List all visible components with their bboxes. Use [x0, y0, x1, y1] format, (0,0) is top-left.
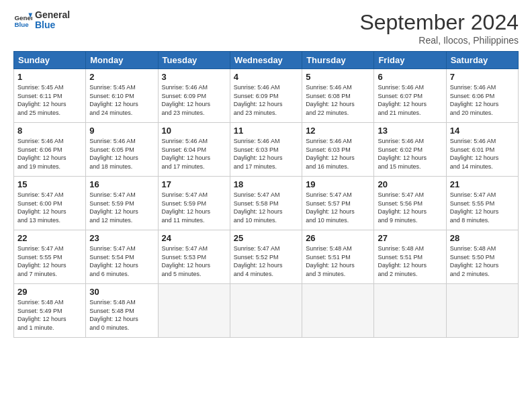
- day-info: Sunrise: 5:47 AM Sunset: 5:54 PM Dayligh…: [89, 244, 154, 278]
- calendar-day-cell: 9Sunrise: 5:46 AM Sunset: 6:05 PM Daylig…: [86, 123, 158, 177]
- weekday-header: Monday: [86, 52, 158, 69]
- day-info: Sunrise: 5:46 AM Sunset: 6:03 PM Dayligh…: [234, 137, 298, 171]
- day-number: 1: [17, 72, 82, 82]
- logo-general: General: [35, 10, 70, 20]
- calendar-day-cell: 15Sunrise: 5:47 AM Sunset: 6:00 PM Dayli…: [14, 177, 86, 230]
- calendar-day-cell: [446, 284, 518, 338]
- day-number: 3: [162, 72, 226, 82]
- calendar-header-row: SundayMondayTuesdayWednesdayThursdayFrid…: [14, 52, 519, 69]
- weekday-header: Friday: [374, 52, 446, 69]
- day-info: Sunrise: 5:47 AM Sunset: 5:56 PM Dayligh…: [378, 191, 442, 224]
- calendar-day-cell: 22Sunrise: 5:47 AM Sunset: 5:55 PM Dayli…: [14, 230, 86, 284]
- calendar-day-cell: 5Sunrise: 5:46 AM Sunset: 6:08 PM Daylig…: [302, 69, 374, 123]
- calendar-day-cell: 19Sunrise: 5:47 AM Sunset: 5:57 PM Dayli…: [302, 177, 374, 230]
- day-info: Sunrise: 5:46 AM Sunset: 6:08 PM Dayligh…: [306, 83, 370, 117]
- month-title: September 2024: [359, 10, 519, 35]
- day-info: Sunrise: 5:47 AM Sunset: 5:57 PM Dayligh…: [306, 191, 370, 224]
- day-number: 7: [450, 72, 515, 82]
- day-info: Sunrise: 5:47 AM Sunset: 5:59 PM Dayligh…: [162, 191, 226, 224]
- calendar-day-cell: 11Sunrise: 5:46 AM Sunset: 6:03 PM Dayli…: [230, 123, 302, 177]
- day-info: Sunrise: 5:48 AM Sunset: 5:48 PM Dayligh…: [89, 298, 154, 332]
- calendar-day-cell: 8Sunrise: 5:46 AM Sunset: 6:06 PM Daylig…: [14, 123, 86, 177]
- calendar-week-row: 15Sunrise: 5:47 AM Sunset: 6:00 PM Dayli…: [14, 177, 519, 230]
- day-info: Sunrise: 5:47 AM Sunset: 5:53 PM Dayligh…: [162, 244, 226, 278]
- calendar-day-cell: 7Sunrise: 5:46 AM Sunset: 6:06 PM Daylig…: [446, 69, 518, 123]
- svg-text:Blue: Blue: [14, 21, 29, 28]
- day-number: 18: [234, 179, 298, 189]
- calendar-day-cell: 23Sunrise: 5:47 AM Sunset: 5:54 PM Dayli…: [86, 230, 158, 284]
- day-number: 16: [89, 179, 154, 189]
- weekday-header: Tuesday: [158, 52, 230, 69]
- calendar-day-cell: [230, 284, 302, 338]
- day-info: Sunrise: 5:45 AM Sunset: 6:11 PM Dayligh…: [17, 83, 82, 117]
- logo: General Blue General Blue: [13, 10, 70, 31]
- day-number: 4: [234, 72, 298, 82]
- day-info: Sunrise: 5:46 AM Sunset: 6:09 PM Dayligh…: [234, 83, 298, 117]
- calendar-day-cell: 4Sunrise: 5:46 AM Sunset: 6:09 PM Daylig…: [230, 69, 302, 123]
- day-info: Sunrise: 5:46 AM Sunset: 6:09 PM Dayligh…: [162, 83, 226, 117]
- header: General Blue General Blue September 2024…: [13, 10, 519, 46]
- day-info: Sunrise: 5:46 AM Sunset: 6:02 PM Dayligh…: [378, 137, 442, 171]
- weekday-header: Thursday: [302, 52, 374, 69]
- day-number: 26: [306, 233, 370, 243]
- calendar-day-cell: 28Sunrise: 5:48 AM Sunset: 5:50 PM Dayli…: [446, 230, 518, 284]
- calendar-day-cell: 6Sunrise: 5:46 AM Sunset: 6:07 PM Daylig…: [374, 69, 446, 123]
- day-info: Sunrise: 5:46 AM Sunset: 6:05 PM Dayligh…: [89, 137, 154, 171]
- day-info: Sunrise: 5:48 AM Sunset: 5:51 PM Dayligh…: [306, 244, 370, 278]
- day-info: Sunrise: 5:47 AM Sunset: 5:59 PM Dayligh…: [89, 191, 154, 224]
- day-number: 20: [378, 179, 442, 189]
- calendar-day-cell: 29Sunrise: 5:48 AM Sunset: 5:49 PM Dayli…: [14, 284, 86, 338]
- logo-icon: General Blue: [13, 11, 32, 30]
- calendar-day-cell: [302, 284, 374, 338]
- day-number: 11: [234, 126, 298, 136]
- day-number: 2: [89, 72, 154, 82]
- calendar-day-cell: 24Sunrise: 5:47 AM Sunset: 5:53 PM Dayli…: [158, 230, 230, 284]
- calendar-table: SundayMondayTuesdayWednesdayThursdayFrid…: [13, 51, 519, 338]
- day-info: Sunrise: 5:46 AM Sunset: 6:07 PM Dayligh…: [378, 83, 442, 117]
- calendar-day-cell: 2Sunrise: 5:45 AM Sunset: 6:10 PM Daylig…: [86, 69, 158, 123]
- day-number: 13: [378, 126, 442, 136]
- calendar-day-cell: 1Sunrise: 5:45 AM Sunset: 6:11 PM Daylig…: [14, 69, 86, 123]
- calendar-week-row: 8Sunrise: 5:46 AM Sunset: 6:06 PM Daylig…: [14, 123, 519, 177]
- calendar-week-row: 22Sunrise: 5:47 AM Sunset: 5:55 PM Dayli…: [14, 230, 519, 284]
- day-number: 10: [162, 126, 226, 136]
- day-info: Sunrise: 5:47 AM Sunset: 5:55 PM Dayligh…: [450, 191, 515, 224]
- calendar-day-cell: 26Sunrise: 5:48 AM Sunset: 5:51 PM Dayli…: [302, 230, 374, 284]
- day-number: 14: [450, 126, 515, 136]
- day-info: Sunrise: 5:45 AM Sunset: 6:10 PM Dayligh…: [89, 83, 154, 117]
- calendar-day-cell: 12Sunrise: 5:46 AM Sunset: 6:03 PM Dayli…: [302, 123, 374, 177]
- day-info: Sunrise: 5:47 AM Sunset: 5:58 PM Dayligh…: [234, 191, 298, 224]
- day-number: 25: [234, 233, 298, 243]
- day-info: Sunrise: 5:46 AM Sunset: 6:03 PM Dayligh…: [306, 137, 370, 171]
- day-number: 30: [89, 287, 154, 297]
- day-number: 21: [450, 179, 515, 189]
- day-info: Sunrise: 5:48 AM Sunset: 5:50 PM Dayligh…: [450, 244, 515, 278]
- day-number: 29: [17, 287, 82, 297]
- logo-blue: Blue: [35, 20, 70, 30]
- day-number: 24: [162, 233, 226, 243]
- weekday-header: Wednesday: [230, 52, 302, 69]
- day-info: Sunrise: 5:46 AM Sunset: 6:06 PM Dayligh…: [17, 137, 82, 171]
- calendar-week-row: 1Sunrise: 5:45 AM Sunset: 6:11 PM Daylig…: [14, 69, 519, 123]
- title-section: September 2024 Real, Ilocos, Philippines: [359, 10, 519, 46]
- calendar-day-cell: 13Sunrise: 5:46 AM Sunset: 6:02 PM Dayli…: [374, 123, 446, 177]
- day-number: 17: [162, 179, 226, 189]
- day-number: 22: [17, 233, 82, 243]
- day-number: 12: [306, 126, 370, 136]
- day-info: Sunrise: 5:48 AM Sunset: 5:49 PM Dayligh…: [17, 298, 82, 332]
- day-number: 15: [17, 179, 82, 189]
- calendar-day-cell: 17Sunrise: 5:47 AM Sunset: 5:59 PM Dayli…: [158, 177, 230, 230]
- calendar-day-cell: [158, 284, 230, 338]
- day-number: 19: [306, 179, 370, 189]
- calendar-day-cell: 18Sunrise: 5:47 AM Sunset: 5:58 PM Dayli…: [230, 177, 302, 230]
- calendar-day-cell: 27Sunrise: 5:48 AM Sunset: 5:51 PM Dayli…: [374, 230, 446, 284]
- day-info: Sunrise: 5:47 AM Sunset: 6:00 PM Dayligh…: [17, 191, 82, 224]
- day-info: Sunrise: 5:47 AM Sunset: 5:52 PM Dayligh…: [234, 244, 298, 278]
- subtitle: Real, Ilocos, Philippines: [359, 35, 519, 46]
- day-info: Sunrise: 5:48 AM Sunset: 5:51 PM Dayligh…: [378, 244, 442, 278]
- day-number: 8: [17, 126, 82, 136]
- calendar-day-cell: 30Sunrise: 5:48 AM Sunset: 5:48 PM Dayli…: [86, 284, 158, 338]
- day-number: 23: [89, 233, 154, 243]
- weekday-header: Saturday: [446, 52, 518, 69]
- day-number: 5: [306, 72, 370, 82]
